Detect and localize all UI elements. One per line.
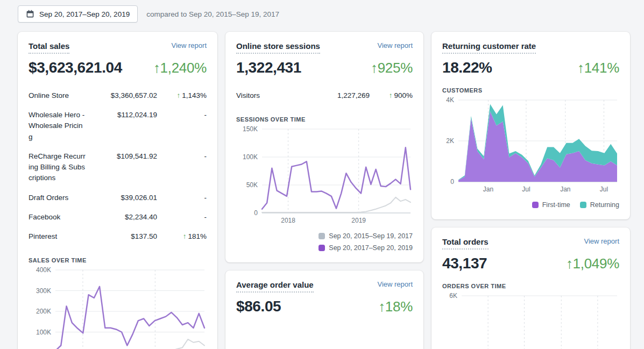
orders-over-time-header: ORDERS OVER TIME [442,283,619,289]
chart-svg: 050K100K150K20182019 [236,125,413,227]
svg-text:200K: 200K [36,308,51,315]
compare-range-text: compared to Sep 20, 2015–Sep 19, 2017 [146,10,279,18]
topbar: Sep 20, 2017–Sep 20, 2019 compared to Se… [18,5,631,23]
aov-title[interactable]: Average order value [236,280,314,293]
svg-text:4K: 4K [446,96,454,104]
returning-rate-delta: ↑141% [577,60,619,76]
svg-text:100K: 100K [243,153,258,161]
svg-text:150K: 150K [243,125,258,133]
customers-legend: First-time Returning [442,201,619,209]
svg-text:2K: 2K [446,137,454,145]
previous-period-label: Sep 20, 2015–Sep 19, 2017 [329,232,413,240]
returning-rate-title[interactable]: Returning customer rate [442,41,536,54]
sessions-view-report-link[interactable]: View report [377,41,413,49]
aov-delta: ↑18% [378,298,413,315]
average-order-value-card: Average order value View report $86.05 ↑… [225,270,423,349]
date-range-label: Sep 20, 2017–Sep 20, 2019 [39,10,130,18]
sessions-title[interactable]: Online store sessions [236,41,320,54]
customers-over-time-chart: 02K4KJanJulJanJul [442,96,619,196]
returning-rate-value: 18.22% [442,59,492,76]
svg-text:0: 0 [254,209,258,217]
aov-view-report-link[interactable]: View report [377,280,413,288]
customers-header: CUSTOMERS [442,87,619,94]
svg-text:6K: 6K [449,292,457,300]
up-arrow-icon: ↑ [176,91,180,99]
chart-svg: 0100K200K300K400K [29,266,207,349]
total-orders-title[interactable]: Total orders [442,237,489,250]
svg-text:400K: 400K [36,266,51,274]
aov-value: $86.05 [236,298,281,315]
total-orders-view-report-link[interactable]: View report [584,237,619,245]
current-period-label: Sep 20, 2017–Sep 20, 2019 [329,244,413,252]
total-sales-delta: ↑1,240% [153,60,207,76]
sales-channel-row: Facebook $2,234.40 - [29,208,207,227]
returning-customer-rate-card: Returning customer rate 18.22% ↑141% CUS… [431,32,630,219]
svg-text:300K: 300K [36,287,51,295]
previous-period-swatch [319,233,325,239]
sales-channel-row: Draft Orders $39,026.01 - [29,188,207,208]
total-orders-card: Total orders View report 43,137 ↑1,049% … [431,227,630,349]
sessions-over-time-chart: 050K100K150K20182019 [236,125,413,227]
svg-text:Jan: Jan [483,186,493,193]
orders-over-time-chart: 6K [442,291,619,349]
sales-channel-row: Wholesale Hero - Wholesale Pricing $112,… [29,105,207,147]
sales-channel-row: ReCharge Recurring Billing & Subscriptio… [29,147,207,188]
returning-swatch [580,202,586,208]
svg-text:2019: 2019 [351,217,366,224]
calendar-icon [26,10,34,18]
visitors-row: Visitors 1,227,269 ↑900% [236,86,413,105]
total-sales-value: $3,623,621.04 [29,59,122,76]
first-time-swatch [532,202,539,208]
dashboard-page: Sep 20, 2017–Sep 20, 2019 compared to Se… [0,0,644,349]
total-sales-view-report-link[interactable]: View report [171,41,207,49]
sessions-value: 1,322,431 [236,59,301,76]
up-arrow-icon: ↑ [183,232,187,240]
sessions-over-time-header: SESSIONS OVER TIME [236,116,413,123]
online-store-sessions-card: Online store sessions View report 1,322,… [225,32,423,262]
sales-breakdown-list: Online Store $3,360,657.02 ↑1,143% Whole… [29,86,207,247]
total-sales-card: Total sales View report $3,623,621.04 ↑1… [18,32,217,349]
sales-channel-row: Pinterest $137.50 ↑181% [29,227,207,246]
sessions-delta: ↑925% [371,60,413,76]
total-orders-value: 43,137 [442,255,487,272]
returning-label: Returning [590,201,619,209]
sessions-legend: Sep 20, 2015–Sep 19, 2017 Sep 20, 2017–S… [236,232,413,252]
chart-svg: 02K4KJanJulJanJul [442,96,619,196]
current-period-swatch [319,245,325,251]
svg-text:Jan: Jan [560,186,570,193]
chart-svg: 6K [442,291,619,349]
first-time-label: First-time [542,201,570,209]
sales-over-time-chart: 0100K200K300K400K [29,266,207,349]
total-orders-delta: ↑1,049% [566,255,619,272]
svg-text:100K: 100K [36,329,51,336]
svg-text:Jul: Jul [522,186,530,193]
date-range-button[interactable]: Sep 20, 2017–Sep 20, 2019 [18,5,138,23]
sales-channel-row: Online Store $3,360,657.02 ↑1,143% [29,86,207,105]
total-sales-title[interactable]: Total sales [29,41,69,54]
svg-text:2018: 2018 [281,217,295,224]
svg-text:0: 0 [450,178,454,186]
sales-over-time-header: SALES OVER TIME [29,257,207,263]
up-arrow-icon: ↑ [389,91,393,99]
svg-text:50K: 50K [246,181,258,189]
svg-text:Jul: Jul [600,186,608,193]
